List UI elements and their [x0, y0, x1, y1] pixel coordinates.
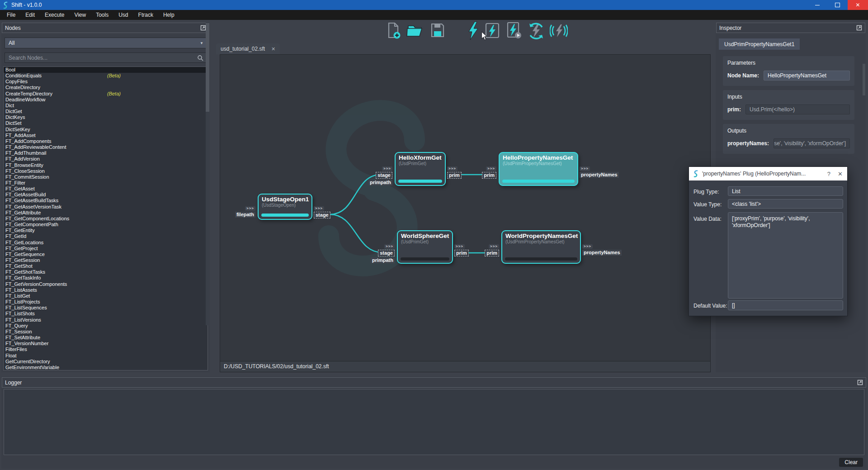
value-type-field[interactable]: <class 'list'>: [728, 199, 843, 209]
close-button[interactable]: ✕: [848, 0, 868, 10]
minimize-button[interactable]: [807, 0, 827, 10]
node-list-item[interactable]: FT_Query: [4, 323, 208, 329]
new-file-button[interactable]: [386, 21, 402, 40]
node-list-item[interactable]: FT_ListProjects: [4, 299, 208, 305]
open-file-button[interactable]: [406, 21, 425, 40]
float-panel-icon[interactable]: [857, 380, 863, 385]
node-list-item[interactable]: FilterFiles: [4, 347, 208, 352]
value-data-field[interactable]: ['proxyPrim', 'purpose', 'visibility', '…: [728, 212, 843, 299]
node-list-item[interactable]: FT_Session: [4, 329, 208, 335]
node-list-item[interactable]: Float: [4, 353, 208, 359]
save-file-button[interactable]: [429, 21, 446, 40]
output-port-prim[interactable]: prim: [447, 172, 462, 179]
output-port-stage[interactable]: stage: [314, 212, 330, 218]
execute-button[interactable]: [466, 21, 480, 41]
execute-node-button[interactable]: [505, 21, 523, 41]
menu-ftrack[interactable]: Ftrack: [133, 10, 158, 19]
node-list-item[interactable]: FT_GetLocations: [4, 240, 208, 246]
clear-logger-button[interactable]: Clear: [839, 458, 863, 467]
maximize-button[interactable]: [827, 0, 848, 10]
node-list-item[interactable]: FT_AddReviewableContent: [4, 144, 208, 150]
node-list-item[interactable]: FT_GetSession: [4, 257, 208, 263]
node-list-item[interactable]: FT_GetEntity: [4, 228, 208, 233]
node-list-item[interactable]: DictGet: [4, 109, 208, 114]
node-list-item[interactable]: FT_GetAssetBuildTasks: [4, 198, 208, 204]
node-list-item[interactable]: FT_ListAssets: [4, 287, 208, 293]
node-list-item[interactable]: FT_AddAsset: [4, 133, 208, 138]
node-list-item[interactable]: CreateTempDirectory(Beta): [4, 91, 208, 97]
node-list-item[interactable]: GetCurrentDirectory: [4, 359, 208, 365]
node-list-item[interactable]: FT_GetComponentPath: [4, 222, 208, 228]
node-list-item[interactable]: DictSet: [4, 120, 208, 126]
menu-tools[interactable]: Tools: [91, 10, 113, 19]
node-name-field[interactable]: HelloPropertyNamesGet: [764, 71, 850, 81]
graph-node-HelloXformGet[interactable]: HelloXformGet(UsdPrimGet): [395, 152, 446, 186]
node-list-item[interactable]: ConditionEquals(Beta): [4, 73, 208, 79]
input-port-stage[interactable]: stage: [378, 250, 395, 256]
node-list-item[interactable]: FT_GetAttribute: [4, 210, 208, 216]
node-filter-dropdown[interactable]: All ▼: [5, 38, 207, 48]
output-port-propertyNames[interactable]: propertyNames: [580, 172, 619, 178]
node-list-item[interactable]: CreateDirectory: [4, 85, 208, 90]
node-list-item[interactable]: Dict: [4, 103, 208, 109]
input-port-prim[interactable]: prim: [482, 172, 496, 179]
default-value-field[interactable]: []: [728, 300, 843, 310]
node-list-item[interactable]: FT_GetComponentLocations: [4, 216, 208, 222]
node-list-item[interactable]: FT_ListShots: [4, 311, 208, 317]
node-list-scrollbar[interactable]: [206, 23, 209, 325]
graph-node-WorldSphereGet[interactable]: WorldSphereGet(UsdPrimGet): [397, 230, 453, 264]
graph-node-HelloPropertyNamesGet[interactable]: HelloPropertyNamesGet(UsdPrimPropertyNam…: [499, 152, 578, 186]
menu-edit[interactable]: Edit: [20, 10, 40, 19]
node-list-item[interactable]: FT_ListVersions: [4, 317, 208, 323]
node-list-item[interactable]: FT_GetShotTasks: [4, 269, 208, 275]
node-list-item[interactable]: FT_GetId: [4, 233, 208, 239]
node-list-item[interactable]: DeadlineWorkflow: [4, 97, 208, 103]
output-port-propertyNames[interactable]: propertyNames: [582, 250, 622, 256]
property-names-field[interactable]: purpose', 'visibility', 'xformOpOrder']: [774, 138, 850, 148]
input-port-primpath[interactable]: primpath: [371, 257, 395, 263]
node-list-item[interactable]: FT_GetAssetVersionTask: [4, 204, 208, 210]
search-nodes-input[interactable]: Search Nodes...: [5, 52, 207, 63]
graph-node-UsdStageOpen1[interactable]: UsdStageOpen1(UsdStageOpen): [258, 194, 312, 220]
node-list-item[interactable]: Bool: [4, 67, 208, 73]
output-port-prim[interactable]: prim: [454, 250, 469, 256]
node-list-item[interactable]: FT_AddVersion: [4, 156, 208, 162]
prim-field[interactable]: Usd.Prim(</hello>): [745, 104, 850, 114]
node-list-item[interactable]: GetEnvironmentVariable: [4, 365, 208, 370]
node-list-item[interactable]: FT_ListSequences: [4, 305, 208, 311]
plug-type-field[interactable]: List: [728, 186, 843, 196]
node-list-item[interactable]: FT_VersionNumber: [4, 341, 208, 347]
menu-view[interactable]: View: [69, 10, 91, 19]
menu-help[interactable]: Help: [158, 10, 179, 19]
node-list-item[interactable]: FT_BrowseEntity: [4, 162, 208, 168]
graph-node-WorldPropertyNamesGet[interactable]: WorldPropertyNamesGet(UsdPrimPropertyNam…: [501, 230, 581, 264]
node-list-item[interactable]: FT_GetShot: [4, 263, 208, 269]
inspected-node-badge[interactable]: UsdPrimPropertyNamesGet1: [719, 38, 800, 50]
dialog-help-button[interactable]: ?: [827, 171, 830, 177]
node-list-item[interactable]: FT_GetSequence: [4, 252, 208, 257]
input-port-primpath[interactable]: primpath: [368, 180, 392, 185]
node-list-item[interactable]: FT_GetVersionComponents: [4, 281, 208, 287]
inspector-scrollbar[interactable]: [863, 64, 865, 95]
menu-execute[interactable]: Execute: [40, 10, 69, 19]
tab-close-icon[interactable]: ✕: [271, 46, 275, 52]
node-list-item[interactable]: FT_SetAttribute: [4, 335, 208, 341]
node-list-item[interactable]: CopyFiles: [4, 79, 208, 85]
menu-usd[interactable]: Usd: [113, 10, 133, 19]
tab-usd-tutorial[interactable]: usd_tutorial_02.sft ✕: [216, 43, 280, 54]
input-port-prim[interactable]: prim: [485, 250, 499, 256]
node-list-item[interactable]: FT_GetAsset: [4, 186, 208, 192]
input-port-stage[interactable]: stage: [376, 172, 392, 179]
input-port-filepath[interactable]: filepath: [235, 212, 255, 218]
re-execute-button[interactable]: [527, 21, 546, 41]
menu-file[interactable]: File: [2, 10, 20, 19]
float-panel-icon[interactable]: [856, 25, 862, 31]
node-list-item[interactable]: FT_CloseSession: [4, 168, 208, 174]
node-list-item[interactable]: FT_AddThumbnail: [4, 150, 208, 156]
dialog-close-button[interactable]: ✕: [838, 171, 843, 177]
node-list-item[interactable]: FT_GetProject: [4, 246, 208, 252]
node-list-item[interactable]: DictSetKey: [4, 127, 208, 133]
node-list-item[interactable]: FT_GetAssetBuild: [4, 192, 208, 198]
dialog-titlebar[interactable]: 'propertyNames' Plug (HelloPropertyNam..…: [689, 167, 847, 180]
node-graph-canvas[interactable]: UsdStageOpen1(UsdStageOpen)>>>filepath>>…: [220, 54, 711, 361]
